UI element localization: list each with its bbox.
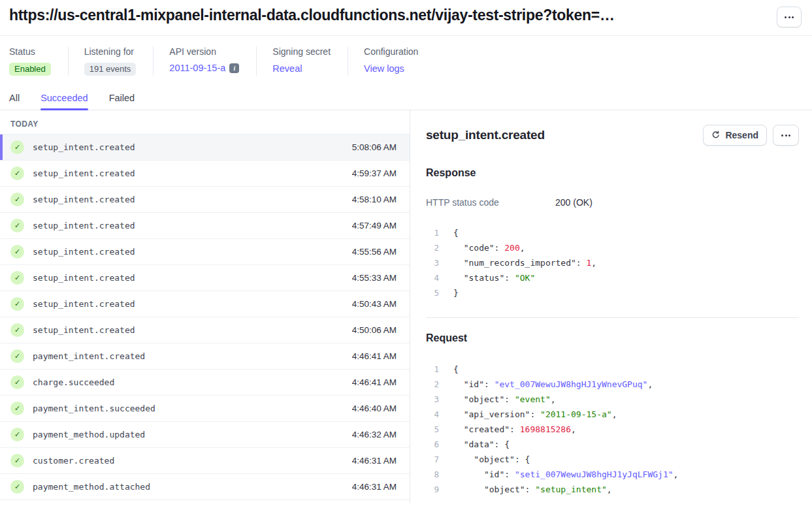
event-list-row[interactable]: ✓ setup_intent.created 4:55:33 AM xyxy=(0,265,410,291)
filter-tabs: All Succeeded Failed xyxy=(0,76,812,110)
info-icon[interactable]: i xyxy=(229,63,239,73)
http-status-label: HTTP status code xyxy=(426,197,555,208)
event-name: setup_intent.created xyxy=(33,221,352,230)
event-list-row[interactable]: ✓ payment_method.updated 4:46:32 AM xyxy=(0,422,410,448)
event-list-panel: TODAY ✓ setup_intent.created 5:08:06 AM … xyxy=(0,110,410,503)
event-list-row[interactable]: ✓ setup_intent.created 4:57:49 AM xyxy=(0,213,410,239)
ellipsis-icon xyxy=(788,16,790,18)
status-badge: Enabled xyxy=(9,63,51,76)
check-icon: ✓ xyxy=(10,167,24,180)
event-list-row[interactable]: ✓ setup_intent.created 4:58:10 AM xyxy=(0,187,410,213)
event-time: 4:59:37 AM xyxy=(352,168,397,178)
top-bar: https://us-central1-mixpanel-internal-da… xyxy=(0,0,812,36)
check-icon: ✓ xyxy=(10,349,24,363)
event-name: payment_method.updated xyxy=(33,430,352,439)
event-list-row[interactable]: ✓ setup_intent.created 5:08:06 AM xyxy=(0,135,410,161)
ellipsis-icon xyxy=(785,16,787,18)
event-list-row[interactable]: ✓ charge.succeeded 4:46:41 AM xyxy=(0,370,410,396)
http-status-row: HTTP status code 200 (OK) xyxy=(426,197,799,208)
event-time: 4:46:31 AM xyxy=(352,482,397,492)
event-list-row[interactable]: ✓ setup_intent.created 4:50:43 AM xyxy=(0,291,410,317)
event-list-rows: ✓ setup_intent.created 5:08:06 AM ✓ setu… xyxy=(0,135,410,500)
stat-api-version: API version 2011-09-15-a i xyxy=(153,46,256,76)
ellipsis-icon xyxy=(785,135,787,136)
resend-button-label: Resend xyxy=(725,130,758,140)
check-icon: ✓ xyxy=(10,454,24,468)
event-name: payment_method.attached xyxy=(33,482,352,492)
page-title: https://us-central1-mixpanel-internal-da… xyxy=(9,7,615,24)
event-list-row[interactable]: ✓ setup_intent.created 4:59:37 AM xyxy=(0,161,410,187)
api-version-link[interactable]: 2011-09-15-a xyxy=(169,63,225,73)
event-name: setup_intent.created xyxy=(33,273,352,283)
detail-header: setup_intent.created Resend xyxy=(426,125,799,146)
event-name: setup_intent.created xyxy=(33,142,352,152)
stat-signing-secret: Signing secret Reveal xyxy=(256,46,348,76)
request-heading: Request xyxy=(426,332,799,344)
check-icon: ✓ xyxy=(10,375,24,389)
check-icon: ✓ xyxy=(10,402,24,415)
view-logs-link[interactable]: View logs xyxy=(364,63,404,74)
tab-succeeded[interactable]: Succeeded xyxy=(41,93,88,110)
list-group-header: TODAY xyxy=(0,110,410,135)
event-time: 4:55:56 AM xyxy=(352,247,397,257)
event-list-row[interactable]: ✓ setup_intent.created 4:55:56 AM xyxy=(0,239,410,265)
event-time: 4:46:32 AM xyxy=(352,430,397,439)
stat-label: Status xyxy=(9,46,51,57)
check-icon: ✓ xyxy=(10,140,24,154)
event-list-row[interactable]: ✓ customer.created 4:46:31 AM xyxy=(0,448,410,474)
event-list-row[interactable]: ✓ payment_intent.created 4:46:41 AM xyxy=(0,343,410,370)
ellipsis-icon xyxy=(781,135,783,136)
response-heading: Response xyxy=(426,167,799,179)
event-name: setup_intent.created xyxy=(33,168,352,178)
check-icon: ✓ xyxy=(10,245,24,259)
event-time: 4:46:41 AM xyxy=(352,351,397,361)
header-overflow-button[interactable] xyxy=(777,7,802,27)
event-time: 4:46:40 AM xyxy=(352,404,397,413)
tab-all[interactable]: All xyxy=(9,93,20,110)
events-count-badge: 191 events xyxy=(84,63,137,76)
event-name: charge.succeeded xyxy=(33,377,352,387)
stat-status: Status Enabled xyxy=(9,46,68,76)
event-time: 4:58:10 AM xyxy=(352,195,397,204)
resend-button[interactable]: Resend xyxy=(703,125,767,146)
stat-label: Configuration xyxy=(364,46,418,57)
event-name: payment_intent.succeeded xyxy=(33,404,352,413)
response-section: Response HTTP status code 200 (OK) 1{2 "… xyxy=(426,167,799,300)
event-time: 4:46:31 AM xyxy=(352,456,397,466)
check-icon: ✓ xyxy=(10,271,24,285)
request-code-block: 1{2 "id": "evt_007WewuJW8hgHJ1yWnevGPuq"… xyxy=(426,362,799,497)
event-time: 5:08:06 AM xyxy=(352,142,397,152)
response-code-block: 1{2 "code": 200,3 "num_records_imported"… xyxy=(426,225,799,300)
stat-label: API version xyxy=(169,46,239,57)
request-section: Request 1{2 "id": "evt_007WewuJW8hgHJ1yW… xyxy=(426,317,799,497)
ellipsis-icon xyxy=(788,135,790,136)
check-icon: ✓ xyxy=(10,193,24,206)
event-time: 4:50:43 AM xyxy=(352,299,397,309)
reveal-secret-link[interactable]: Reveal xyxy=(272,63,302,74)
event-list-row[interactable]: ✓ setup_intent.created 4:50:06 AM xyxy=(0,317,410,343)
content-split: TODAY ✓ setup_intent.created 5:08:06 AM … xyxy=(0,110,812,503)
http-status-value: 200 (OK) xyxy=(555,197,593,208)
check-icon: ✓ xyxy=(10,480,24,494)
event-name: setup_intent.created xyxy=(33,325,352,335)
check-icon: ✓ xyxy=(10,219,24,232)
event-detail-panel: setup_intent.created Resend Response xyxy=(410,110,812,503)
check-icon: ✓ xyxy=(10,428,24,441)
detail-overflow-button[interactable] xyxy=(773,125,799,146)
event-list-row[interactable]: ✓ payment_intent.succeeded 4:46:40 AM xyxy=(0,396,410,422)
ellipsis-icon xyxy=(792,16,794,18)
event-time: 4:50:06 AM xyxy=(352,325,397,335)
tab-failed[interactable]: Failed xyxy=(109,93,135,110)
resend-icon xyxy=(711,131,721,140)
event-list-row[interactable]: ✓ payment_method.attached 4:46:31 AM xyxy=(0,474,410,500)
stats-row: Status Enabled Listening for 191 events … xyxy=(0,36,812,76)
event-time: 4:57:49 AM xyxy=(352,221,397,230)
check-icon: ✓ xyxy=(10,323,24,337)
event-name: setup_intent.created xyxy=(33,299,352,309)
check-icon: ✓ xyxy=(10,297,24,311)
stat-label: Listening for xyxy=(84,46,137,57)
event-name: setup_intent.created xyxy=(33,195,352,204)
event-time: 4:46:41 AM xyxy=(352,377,397,387)
event-name: payment_intent.created xyxy=(33,351,352,361)
stat-configuration: Configuration View logs xyxy=(348,46,435,76)
